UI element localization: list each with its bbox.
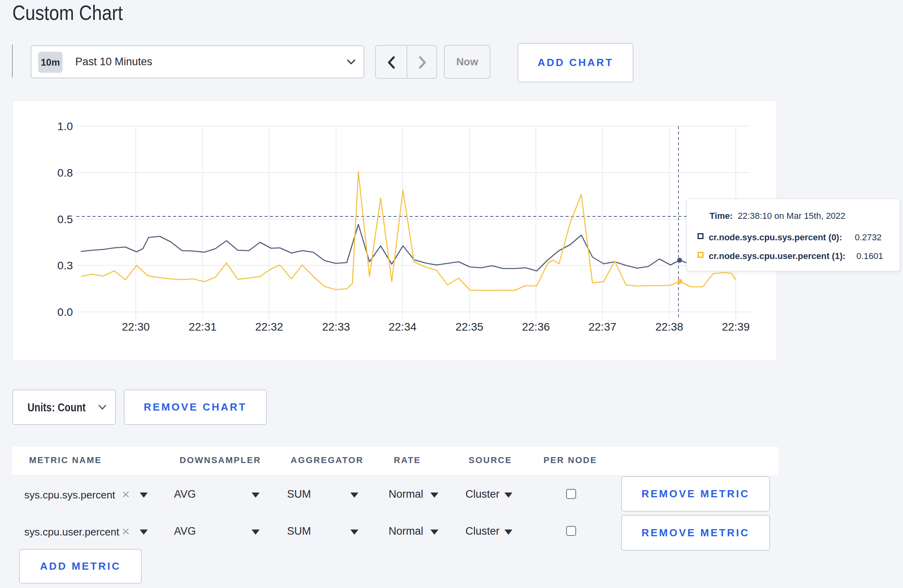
svg-text:22:31: 22:31 — [189, 321, 217, 333]
svg-text:22:32: 22:32 — [255, 321, 283, 333]
svg-text:0.3: 0.3 — [57, 259, 73, 272]
svg-text:22:38: 22:38 — [655, 321, 683, 333]
svg-text:22:35: 22:35 — [455, 321, 483, 333]
svg-text:22:37: 22:37 — [588, 321, 616, 333]
svg-text:22:39: 22:39 — [722, 321, 750, 333]
svg-text:22:36: 22:36 — [522, 321, 550, 333]
svg-text:22:30: 22:30 — [122, 321, 150, 333]
svg-text:0.0: 0.0 — [57, 306, 73, 318]
svg-text:0.5: 0.5 — [57, 213, 73, 226]
svg-text:22:33: 22:33 — [322, 321, 350, 333]
svg-text:22:34: 22:34 — [389, 321, 416, 333]
svg-text:0.8: 0.8 — [57, 167, 73, 179]
svg-text:1.0: 1.0 — [57, 120, 73, 132]
